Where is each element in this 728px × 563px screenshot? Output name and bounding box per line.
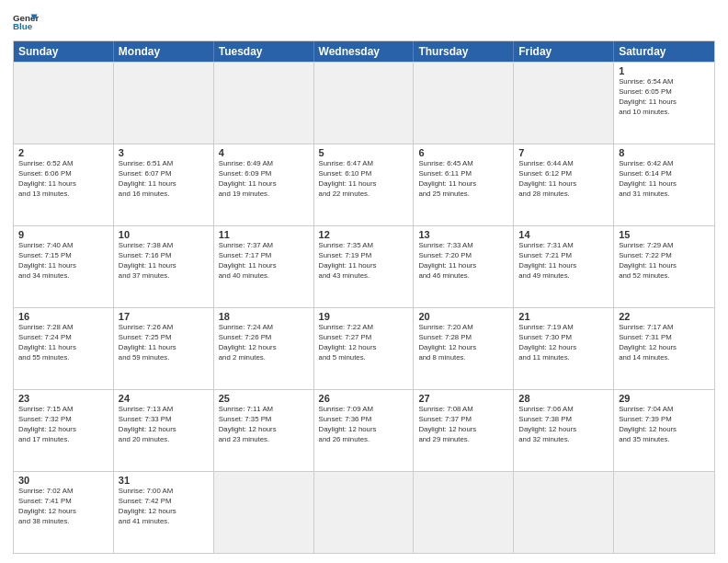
calendar-cell: 18Sunrise: 7:24 AMSunset: 7:26 PMDayligh… [214, 308, 314, 389]
calendar-cell: 8Sunrise: 6:42 AMSunset: 6:14 PMDaylight… [614, 144, 714, 225]
day-info: Sunrise: 7:40 AMSunset: 7:15 PMDaylight:… [18, 241, 108, 282]
day-number: 28 [518, 393, 609, 404]
day-number: 6 [418, 147, 508, 158]
calendar-cell: 1Sunrise: 6:54 AMSunset: 6:05 PMDaylight… [614, 63, 714, 144]
weekday-header: Thursday [414, 41, 514, 62]
day-number: 24 [119, 393, 209, 404]
calendar: SundayMondayTuesdayWednesdayThursdayFrid… [13, 40, 715, 554]
day-info: Sunrise: 7:28 AMSunset: 7:24 PMDaylight:… [18, 323, 108, 363]
day-number: 2 [18, 147, 108, 158]
calendar-cell: 12Sunrise: 7:35 AMSunset: 7:19 PMDayligh… [314, 226, 415, 307]
day-number: 5 [319, 147, 409, 158]
calendar-cell: 23Sunrise: 7:15 AMSunset: 7:32 PMDayligh… [14, 390, 114, 471]
calendar-row: 1Sunrise: 6:54 AMSunset: 6:05 PMDaylight… [14, 62, 714, 144]
day-number: 14 [518, 229, 609, 240]
calendar-cell: 17Sunrise: 7:26 AMSunset: 7:25 PMDayligh… [114, 308, 214, 389]
day-number: 31 [119, 475, 209, 486]
day-number: 26 [319, 393, 409, 404]
calendar-cell: 16Sunrise: 7:28 AMSunset: 7:24 PMDayligh… [14, 308, 114, 389]
day-number: 23 [18, 393, 108, 404]
day-info: Sunrise: 7:02 AMSunset: 7:41 PMDaylight:… [18, 487, 108, 527]
day-info: Sunrise: 6:51 AMSunset: 6:07 PMDaylight:… [119, 159, 209, 200]
calendar-cell: 28Sunrise: 7:06 AMSunset: 7:38 PMDayligh… [514, 390, 614, 471]
calendar-cell [314, 472, 415, 553]
day-info: Sunrise: 7:20 AMSunset: 7:28 PMDaylight:… [418, 323, 508, 363]
day-number: 20 [418, 311, 508, 322]
logo: General Blue [13, 9, 39, 35]
calendar-cell [514, 472, 614, 553]
calendar-cell: 10Sunrise: 7:38 AMSunset: 7:16 PMDayligh… [114, 226, 214, 307]
calendar-cell: 7Sunrise: 6:44 AMSunset: 6:12 PMDaylight… [514, 144, 614, 225]
weekday-header: Friday [514, 41, 614, 62]
calendar-cell [514, 63, 614, 144]
day-info: Sunrise: 7:17 AMSunset: 7:31 PMDaylight:… [619, 323, 710, 363]
day-number: 13 [418, 229, 508, 240]
calendar-cell: 19Sunrise: 7:22 AMSunset: 7:27 PMDayligh… [314, 308, 415, 389]
calendar-row: 30Sunrise: 7:02 AMSunset: 7:41 PMDayligh… [14, 471, 714, 553]
calendar-row: 2Sunrise: 6:52 AMSunset: 6:06 PMDaylight… [14, 144, 714, 225]
day-number: 10 [119, 229, 209, 240]
weekday-header: Saturday [614, 41, 714, 62]
day-info: Sunrise: 6:49 AMSunset: 6:09 PMDaylight:… [219, 159, 309, 200]
calendar-cell: 25Sunrise: 7:11 AMSunset: 7:35 PMDayligh… [214, 390, 314, 471]
calendar-cell: 27Sunrise: 7:08 AMSunset: 7:37 PMDayligh… [414, 390, 514, 471]
svg-text:Blue: Blue [13, 21, 33, 31]
weekday-header: Sunday [14, 41, 114, 62]
day-number: 12 [319, 229, 409, 240]
day-number: 27 [418, 393, 508, 404]
day-number: 8 [619, 147, 710, 158]
calendar-cell: 11Sunrise: 7:37 AMSunset: 7:17 PMDayligh… [214, 226, 314, 307]
day-info: Sunrise: 7:38 AMSunset: 7:16 PMDaylight:… [119, 241, 209, 282]
calendar-row: 23Sunrise: 7:15 AMSunset: 7:32 PMDayligh… [14, 389, 714, 471]
day-number: 3 [119, 147, 209, 158]
calendar-cell: 20Sunrise: 7:20 AMSunset: 7:28 PMDayligh… [414, 308, 514, 389]
day-info: Sunrise: 7:04 AMSunset: 7:39 PMDaylight:… [619, 405, 710, 445]
day-info: Sunrise: 7:35 AMSunset: 7:19 PMDaylight:… [319, 241, 409, 282]
calendar-cell [414, 472, 514, 553]
weekday-header: Monday [114, 41, 214, 62]
day-info: Sunrise: 7:08 AMSunset: 7:37 PMDaylight:… [418, 405, 508, 445]
day-number: 16 [18, 311, 108, 322]
day-number: 15 [619, 229, 710, 240]
day-info: Sunrise: 7:15 AMSunset: 7:32 PMDaylight:… [18, 405, 108, 445]
calendar-cell: 24Sunrise: 7:13 AMSunset: 7:33 PMDayligh… [114, 390, 214, 471]
calendar-page: General Blue SundayMondayTuesdayWednesda… [0, 0, 728, 563]
calendar-cell: 9Sunrise: 7:40 AMSunset: 7:15 PMDaylight… [14, 226, 114, 307]
day-number: 11 [219, 229, 309, 240]
calendar-cell: 4Sunrise: 6:49 AMSunset: 6:09 PMDaylight… [214, 144, 314, 225]
day-info: Sunrise: 6:42 AMSunset: 6:14 PMDaylight:… [619, 159, 710, 200]
day-info: Sunrise: 6:47 AMSunset: 6:10 PMDaylight:… [319, 159, 409, 200]
calendar-cell: 31Sunrise: 7:00 AMSunset: 7:42 PMDayligh… [114, 472, 214, 553]
day-info: Sunrise: 6:45 AMSunset: 6:11 PMDaylight:… [418, 159, 508, 200]
calendar-cell: 15Sunrise: 7:29 AMSunset: 7:22 PMDayligh… [614, 226, 714, 307]
day-number: 17 [119, 311, 209, 322]
calendar-cell: 29Sunrise: 7:04 AMSunset: 7:39 PMDayligh… [614, 390, 714, 471]
day-number: 4 [219, 147, 309, 158]
calendar-row: 16Sunrise: 7:28 AMSunset: 7:24 PMDayligh… [14, 307, 714, 389]
calendar-cell [14, 63, 114, 144]
day-number: 7 [518, 147, 609, 158]
day-info: Sunrise: 6:54 AMSunset: 6:05 PMDaylight:… [619, 77, 710, 118]
day-number: 19 [319, 311, 409, 322]
day-number: 18 [219, 311, 309, 322]
day-info: Sunrise: 7:26 AMSunset: 7:25 PMDaylight:… [119, 323, 209, 363]
day-info: Sunrise: 7:33 AMSunset: 7:20 PMDaylight:… [418, 241, 508, 282]
calendar-cell: 26Sunrise: 7:09 AMSunset: 7:36 PMDayligh… [314, 390, 415, 471]
calendar-cell: 2Sunrise: 6:52 AMSunset: 6:06 PMDaylight… [14, 144, 114, 225]
calendar-cell: 21Sunrise: 7:19 AMSunset: 7:30 PMDayligh… [514, 308, 614, 389]
calendar-cell: 14Sunrise: 7:31 AMSunset: 7:21 PMDayligh… [514, 226, 614, 307]
day-number: 22 [619, 311, 710, 322]
calendar-cell: 6Sunrise: 6:45 AMSunset: 6:11 PMDaylight… [414, 144, 514, 225]
weekday-header: Tuesday [214, 41, 314, 62]
calendar-cell [214, 63, 314, 144]
weekday-header: Wednesday [314, 41, 415, 62]
calendar-cell [414, 63, 514, 144]
day-info: Sunrise: 6:44 AMSunset: 6:12 PMDaylight:… [518, 159, 609, 200]
day-info: Sunrise: 7:06 AMSunset: 7:38 PMDaylight:… [518, 405, 609, 445]
day-info: Sunrise: 7:19 AMSunset: 7:30 PMDaylight:… [518, 323, 609, 363]
calendar-cell [314, 63, 415, 144]
day-info: Sunrise: 7:22 AMSunset: 7:27 PMDaylight:… [319, 323, 409, 363]
day-number: 1 [619, 65, 710, 76]
calendar-cell [214, 472, 314, 553]
day-number: 21 [518, 311, 609, 322]
